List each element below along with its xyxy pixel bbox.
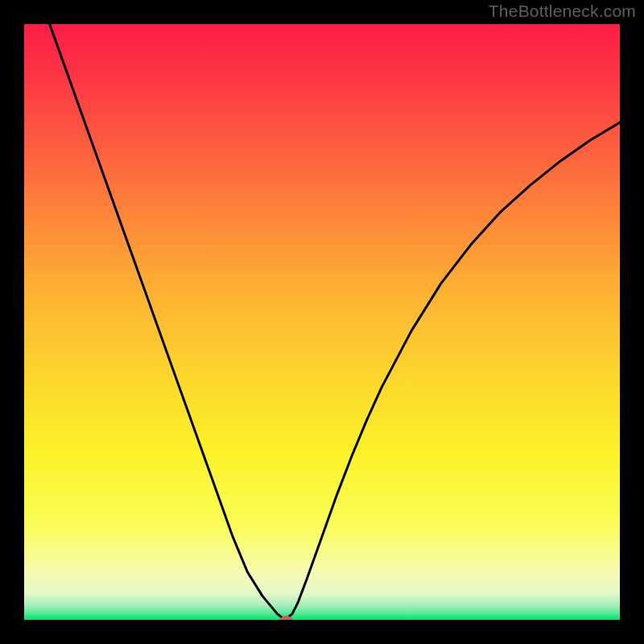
chart-frame: TheBottleneck.com <box>0 0 644 644</box>
plot-area <box>24 24 620 620</box>
bottleneck-chart <box>24 24 620 620</box>
attribution-text: TheBottleneck.com <box>489 2 636 21</box>
gradient-background <box>24 24 620 620</box>
